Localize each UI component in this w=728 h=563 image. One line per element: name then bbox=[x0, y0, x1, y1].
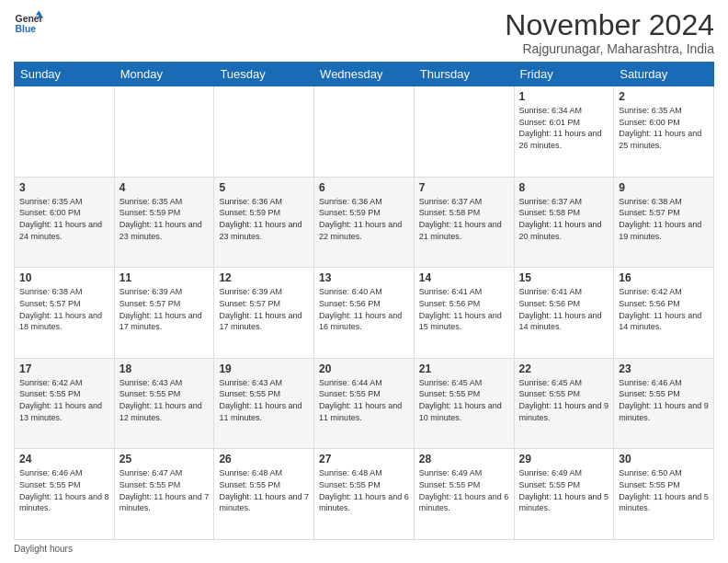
title-block: November 2024 Rajgurunagar, Maharashtra,… bbox=[505, 9, 714, 56]
day-number: 13 bbox=[319, 271, 409, 284]
calendar-header-row: SundayMondayTuesdayWednesdayThursdayFrid… bbox=[15, 63, 714, 86]
calendar-cell: 20Sunrise: 6:44 AM Sunset: 5:55 PM Dayli… bbox=[314, 358, 415, 449]
svg-text:Blue: Blue bbox=[16, 24, 37, 34]
logo: General Blue bbox=[14, 9, 43, 39]
calendar-cell: 18Sunrise: 6:43 AM Sunset: 5:55 PM Dayli… bbox=[114, 358, 214, 449]
calendar-cell: 11Sunrise: 6:39 AM Sunset: 5:57 PM Dayli… bbox=[114, 268, 214, 359]
day-number: 23 bbox=[619, 362, 709, 375]
day-number: 16 bbox=[619, 271, 709, 284]
day-info: Sunrise: 6:35 AM Sunset: 5:59 PM Dayligh… bbox=[119, 196, 210, 242]
day-number: 29 bbox=[519, 453, 609, 465]
day-info: Sunrise: 6:50 AM Sunset: 5:55 PM Dayligh… bbox=[619, 467, 709, 513]
day-number: 18 bbox=[119, 362, 210, 375]
day-info: Sunrise: 6:48 AM Sunset: 5:55 PM Dayligh… bbox=[219, 467, 309, 513]
day-info: Sunrise: 6:38 AM Sunset: 5:57 PM Dayligh… bbox=[619, 196, 709, 242]
calendar-day-header: Thursday bbox=[414, 63, 514, 86]
calendar-week-row: 24Sunrise: 6:46 AM Sunset: 5:55 PM Dayli… bbox=[15, 449, 714, 540]
calendar-cell: 28Sunrise: 6:49 AM Sunset: 5:55 PM Dayli… bbox=[414, 449, 514, 540]
calendar-day-header: Sunday bbox=[15, 63, 115, 86]
day-number: 28 bbox=[419, 453, 509, 465]
calendar-week-row: 17Sunrise: 6:42 AM Sunset: 5:55 PM Dayli… bbox=[15, 358, 714, 449]
day-info: Sunrise: 6:42 AM Sunset: 5:56 PM Dayligh… bbox=[619, 286, 709, 332]
month-title: November 2024 bbox=[505, 9, 714, 41]
calendar-cell bbox=[314, 86, 415, 178]
calendar-cell bbox=[414, 86, 514, 178]
day-info: Sunrise: 6:45 AM Sunset: 5:55 PM Dayligh… bbox=[419, 377, 509, 423]
day-number: 8 bbox=[519, 181, 609, 194]
calendar-table: SundayMondayTuesdayWednesdayThursdayFrid… bbox=[14, 62, 714, 540]
calendar-cell: 4Sunrise: 6:35 AM Sunset: 5:59 PM Daylig… bbox=[114, 177, 214, 268]
day-number: 19 bbox=[219, 362, 309, 375]
calendar-cell: 7Sunrise: 6:37 AM Sunset: 5:58 PM Daylig… bbox=[414, 177, 514, 268]
day-number: 2 bbox=[619, 90, 709, 103]
day-number: 5 bbox=[219, 181, 309, 194]
day-info: Sunrise: 6:40 AM Sunset: 5:56 PM Dayligh… bbox=[319, 286, 409, 332]
day-number: 25 bbox=[119, 453, 210, 465]
calendar-cell: 19Sunrise: 6:43 AM Sunset: 5:55 PM Dayli… bbox=[214, 358, 314, 449]
calendar-cell: 2Sunrise: 6:35 AM Sunset: 6:00 PM Daylig… bbox=[614, 86, 714, 178]
calendar-cell: 30Sunrise: 6:50 AM Sunset: 5:55 PM Dayli… bbox=[614, 449, 714, 540]
day-number: 26 bbox=[219, 453, 309, 465]
calendar-cell: 1Sunrise: 6:34 AM Sunset: 6:01 PM Daylig… bbox=[514, 86, 614, 178]
page: General Blue November 2024 Rajgurunagar,… bbox=[0, 0, 728, 563]
calendar-day-header: Monday bbox=[114, 63, 214, 86]
day-info: Sunrise: 6:39 AM Sunset: 5:57 PM Dayligh… bbox=[219, 286, 309, 332]
day-info: Sunrise: 6:36 AM Sunset: 5:59 PM Dayligh… bbox=[319, 196, 409, 242]
day-info: Sunrise: 6:49 AM Sunset: 5:55 PM Dayligh… bbox=[519, 467, 609, 513]
day-number: 6 bbox=[319, 181, 409, 194]
day-number: 27 bbox=[319, 453, 409, 465]
calendar-cell: 9Sunrise: 6:38 AM Sunset: 5:57 PM Daylig… bbox=[614, 177, 714, 268]
day-info: Sunrise: 6:34 AM Sunset: 6:01 PM Dayligh… bbox=[519, 105, 609, 151]
day-number: 3 bbox=[19, 181, 109, 194]
day-number: 10 bbox=[19, 271, 109, 284]
day-info: Sunrise: 6:48 AM Sunset: 5:55 PM Dayligh… bbox=[319, 467, 409, 513]
day-number: 14 bbox=[419, 271, 509, 284]
location: Rajgurunagar, Maharashtra, India bbox=[505, 41, 714, 56]
day-info: Sunrise: 6:41 AM Sunset: 5:56 PM Dayligh… bbox=[519, 286, 609, 332]
day-info: Sunrise: 6:35 AM Sunset: 6:00 PM Dayligh… bbox=[619, 105, 709, 151]
day-info: Sunrise: 6:35 AM Sunset: 6:00 PM Dayligh… bbox=[19, 196, 109, 242]
day-number: 4 bbox=[119, 181, 210, 194]
calendar-day-header: Wednesday bbox=[314, 63, 415, 86]
day-info: Sunrise: 6:43 AM Sunset: 5:55 PM Dayligh… bbox=[119, 377, 210, 423]
day-info: Sunrise: 6:37 AM Sunset: 5:58 PM Dayligh… bbox=[419, 196, 509, 242]
calendar-day-header: Saturday bbox=[614, 63, 714, 86]
calendar-cell: 13Sunrise: 6:40 AM Sunset: 5:56 PM Dayli… bbox=[314, 268, 415, 359]
day-number: 20 bbox=[319, 362, 409, 375]
day-info: Sunrise: 6:39 AM Sunset: 5:57 PM Dayligh… bbox=[119, 286, 210, 332]
calendar-cell: 21Sunrise: 6:45 AM Sunset: 5:55 PM Dayli… bbox=[414, 358, 514, 449]
day-number: 30 bbox=[619, 453, 709, 465]
calendar-cell: 6Sunrise: 6:36 AM Sunset: 5:59 PM Daylig… bbox=[314, 177, 415, 268]
calendar-cell: 17Sunrise: 6:42 AM Sunset: 5:55 PM Dayli… bbox=[15, 358, 115, 449]
day-info: Sunrise: 6:47 AM Sunset: 5:55 PM Dayligh… bbox=[119, 467, 210, 513]
calendar-cell: 14Sunrise: 6:41 AM Sunset: 5:56 PM Dayli… bbox=[414, 268, 514, 359]
calendar-cell: 26Sunrise: 6:48 AM Sunset: 5:55 PM Dayli… bbox=[214, 449, 314, 540]
calendar-week-row: 1Sunrise: 6:34 AM Sunset: 6:01 PM Daylig… bbox=[15, 86, 714, 178]
calendar-cell: 25Sunrise: 6:47 AM Sunset: 5:55 PM Dayli… bbox=[114, 449, 214, 540]
calendar-cell: 29Sunrise: 6:49 AM Sunset: 5:55 PM Dayli… bbox=[514, 449, 614, 540]
svg-marker-2 bbox=[36, 11, 41, 16]
day-number: 22 bbox=[519, 362, 609, 375]
day-number: 21 bbox=[419, 362, 509, 375]
footer: Daylight hours bbox=[14, 544, 714, 554]
day-info: Sunrise: 6:38 AM Sunset: 5:57 PM Dayligh… bbox=[19, 286, 109, 332]
calendar-cell bbox=[15, 86, 115, 178]
calendar-cell: 5Sunrise: 6:36 AM Sunset: 5:59 PM Daylig… bbox=[214, 177, 314, 268]
calendar-cell: 16Sunrise: 6:42 AM Sunset: 5:56 PM Dayli… bbox=[614, 268, 714, 359]
day-info: Sunrise: 6:46 AM Sunset: 5:55 PM Dayligh… bbox=[619, 377, 709, 423]
day-number: 9 bbox=[619, 181, 709, 194]
calendar-cell bbox=[114, 86, 214, 178]
day-info: Sunrise: 6:37 AM Sunset: 5:58 PM Dayligh… bbox=[519, 196, 609, 242]
calendar-week-row: 3Sunrise: 6:35 AM Sunset: 6:00 PM Daylig… bbox=[15, 177, 714, 268]
logo-icon: General Blue bbox=[14, 9, 43, 39]
header: General Blue November 2024 Rajgurunagar,… bbox=[14, 9, 714, 56]
calendar-cell: 22Sunrise: 6:45 AM Sunset: 5:55 PM Dayli… bbox=[514, 358, 614, 449]
calendar-cell: 15Sunrise: 6:41 AM Sunset: 5:56 PM Dayli… bbox=[514, 268, 614, 359]
day-info: Sunrise: 6:44 AM Sunset: 5:55 PM Dayligh… bbox=[319, 377, 409, 423]
calendar-day-header: Friday bbox=[514, 63, 614, 86]
calendar-cell: 8Sunrise: 6:37 AM Sunset: 5:58 PM Daylig… bbox=[514, 177, 614, 268]
calendar-week-row: 10Sunrise: 6:38 AM Sunset: 5:57 PM Dayli… bbox=[15, 268, 714, 359]
day-number: 1 bbox=[519, 90, 609, 103]
day-number: 11 bbox=[119, 271, 210, 284]
day-number: 17 bbox=[19, 362, 109, 375]
